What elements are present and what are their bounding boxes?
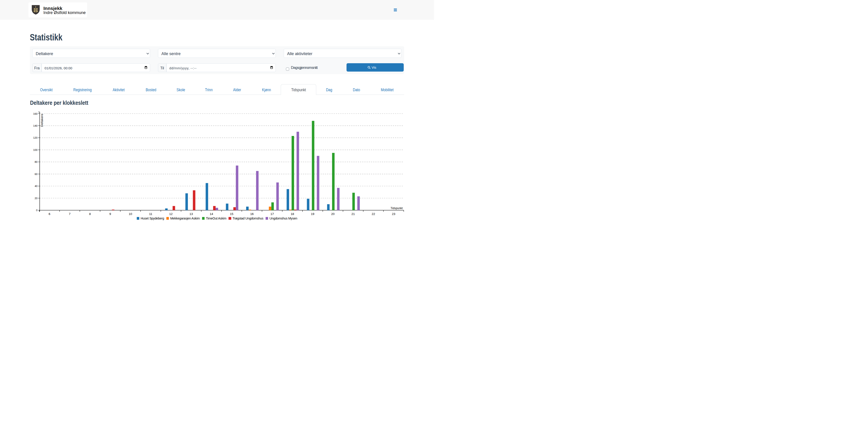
svg-text:16: 16 bbox=[250, 212, 254, 216]
svg-text:19: 19 bbox=[311, 212, 314, 216]
svg-text:13: 13 bbox=[189, 212, 193, 216]
svg-text:80: 80 bbox=[35, 161, 37, 163]
svg-text:11: 11 bbox=[149, 212, 152, 216]
svg-text:12: 12 bbox=[169, 212, 173, 216]
svg-text:10: 10 bbox=[129, 212, 132, 216]
svg-text:15: 15 bbox=[230, 212, 233, 216]
svg-text:140: 140 bbox=[33, 125, 37, 127]
svg-text:20: 20 bbox=[331, 212, 335, 216]
svg-text:40: 40 bbox=[35, 185, 37, 187]
svg-text:20: 20 bbox=[35, 197, 37, 200]
svg-text:Deltakere: Deltakere bbox=[40, 114, 43, 127]
svg-text:9: 9 bbox=[110, 212, 111, 216]
svg-text:21: 21 bbox=[351, 212, 355, 216]
svg-text:100: 100 bbox=[33, 148, 37, 151]
svg-text:6: 6 bbox=[49, 212, 51, 216]
svg-text:Tidspunkt: Tidspunkt bbox=[391, 207, 403, 210]
svg-text:22: 22 bbox=[372, 212, 375, 216]
svg-text:23: 23 bbox=[392, 212, 395, 216]
svg-text:0: 0 bbox=[36, 209, 37, 212]
svg-text:60: 60 bbox=[35, 173, 37, 175]
svg-text:18: 18 bbox=[291, 212, 294, 216]
svg-text:17: 17 bbox=[270, 212, 274, 216]
svg-text:7: 7 bbox=[69, 212, 71, 216]
svg-text:120: 120 bbox=[33, 136, 37, 139]
svg-text:14: 14 bbox=[210, 212, 213, 216]
svg-text:8: 8 bbox=[89, 212, 91, 216]
svg-text:160: 160 bbox=[33, 112, 37, 115]
